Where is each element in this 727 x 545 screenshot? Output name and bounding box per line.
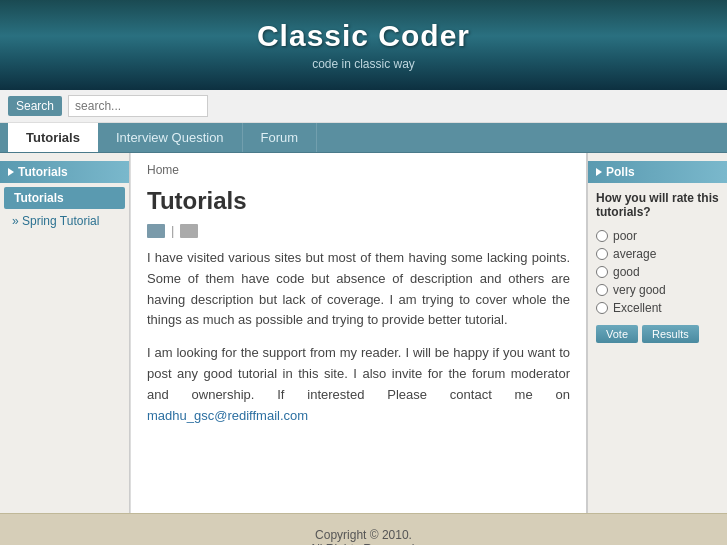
tab-tutorials[interactable]: Tutorials [8,123,98,152]
content-paragraph-2-text: I am looking for the support from my rea… [147,345,570,402]
site-header: Classic Coder code in classic way [0,0,727,90]
email-icon[interactable] [180,224,198,238]
sidebar: Tutorials Tutorials Spring Tutorial [0,153,130,513]
poll-label-average: average [613,247,656,261]
arrow-icon [8,168,14,176]
icon-separator: | [171,223,174,238]
sidebar-active-item[interactable]: Tutorials [4,187,125,209]
footer-line1: Copyright © 2010. [0,528,727,542]
content-paragraph-2: I am looking for the support from my rea… [147,343,570,426]
sidebar-section-header: Tutorials [0,161,129,183]
content-icons: | [147,223,570,238]
polls-panel: Polls How you will rate this tutorials? … [587,153,727,513]
poll-radio-good[interactable] [596,266,608,278]
polls-buttons: Vote Results [588,317,727,343]
poll-radio-very-good[interactable] [596,284,608,296]
poll-option-average: average [588,245,727,263]
main-layout: Tutorials Tutorials Spring Tutorial Home… [0,153,727,513]
content-area: Home Tutorials | I have visited various … [130,153,587,513]
sidebar-link-spring-tutorial[interactable]: Spring Tutorial [0,211,129,231]
poll-label-very-good: very good [613,283,666,297]
sidebar-section-label: Tutorials [18,165,68,179]
poll-option-good: good [588,263,727,281]
poll-radio-poor[interactable] [596,230,608,242]
polls-section-header: Polls [588,161,727,183]
polls-question: How you will rate this tutorials? [588,191,727,219]
poll-label-poor: poor [613,229,637,243]
printer-icon[interactable] [147,224,165,238]
site-tagline: code in classic way [312,57,415,71]
search-button[interactable]: Search [8,96,62,116]
vote-button[interactable]: Vote [596,325,638,343]
footer: Copyright © 2010. All Rights Reserved. [0,513,727,545]
poll-option-poor: poor [588,227,727,245]
results-button[interactable]: Results [642,325,699,343]
poll-option-excellent: Excellent [588,299,727,317]
tab-forum[interactable]: Forum [243,123,318,152]
poll-option-very-good: very good [588,281,727,299]
poll-radio-average[interactable] [596,248,608,260]
poll-label-good: good [613,265,640,279]
poll-radio-excellent[interactable] [596,302,608,314]
tab-interview-question[interactable]: Interview Question [98,123,243,152]
breadcrumb: Home [147,163,570,177]
poll-label-excellent: Excellent [613,301,662,315]
content-paragraph-1: I have visited various sites but most of… [147,248,570,331]
nav-tabs: Tutorials Interview Question Forum [0,123,727,153]
polls-arrow-icon [596,168,602,176]
search-input[interactable] [68,95,208,117]
searchbar: Search [0,90,727,123]
site-title: Classic Coder [257,19,470,53]
content-title: Tutorials [147,187,570,215]
contact-email-link[interactable]: madhu_gsc@rediffmail.com [147,408,308,423]
polls-section-label: Polls [606,165,635,179]
